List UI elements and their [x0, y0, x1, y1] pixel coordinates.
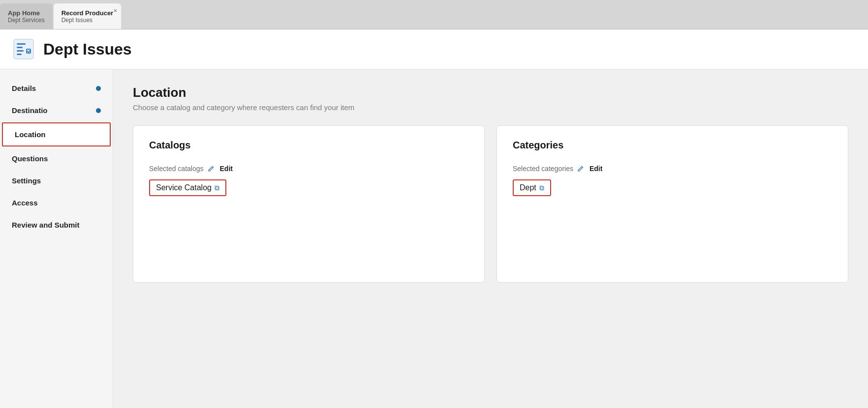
sidebar-item-access[interactable]: Access	[0, 192, 113, 214]
categories-edit-row: Selected categories Edit	[513, 165, 832, 173]
main-content: Details Destinatio Location Questions Se…	[0, 69, 868, 408]
categories-card: Categories Selected categories Edit Dept…	[496, 125, 848, 283]
sidebar-item-settings[interactable]: Settings	[0, 170, 113, 192]
svg-rect-1	[17, 43, 26, 45]
catalogs-edit-link[interactable]: Edit	[220, 165, 233, 173]
pencil-icon-2	[577, 165, 584, 172]
content-area: Location Choose a catalog and category w…	[113, 69, 868, 408]
pencil-icon	[208, 165, 215, 172]
catalogs-card: Catalogs Selected catalogs Edit Service …	[133, 125, 485, 283]
categories-selected-label: Selected categories	[513, 165, 573, 173]
page-header: Dept Issues	[0, 29, 868, 69]
categories-card-title: Categories	[513, 140, 832, 151]
catalogs-edit-row: Selected catalogs Edit	[149, 165, 468, 173]
section-title: Location	[133, 85, 848, 100]
svg-rect-4	[17, 50, 24, 52]
tab-app-home[interactable]: App Home Dept Services	[0, 3, 53, 29]
sidebar-item-questions-label: Questions	[12, 154, 48, 163]
section-subtitle: Choose a catalog and category where requ…	[133, 103, 848, 112]
cards-row: Catalogs Selected catalogs Edit Service …	[133, 125, 848, 283]
service-catalog-link-text: Service Catalog	[156, 183, 212, 192]
page-title: Dept Issues	[43, 40, 132, 58]
catalogs-edit-icon[interactable]	[208, 165, 216, 172]
sidebar: Details Destinatio Location Questions Se…	[0, 69, 113, 408]
external-link-icon: ⧉	[215, 184, 219, 192]
tab-app-home-subtitle: Dept Services	[8, 17, 45, 24]
catalogs-selected-label: Selected catalogs	[149, 165, 204, 173]
sidebar-item-location[interactable]: Location	[2, 122, 111, 146]
categories-edit-link[interactable]: Edit	[589, 165, 602, 173]
tab-close-button[interactable]: ×	[114, 7, 118, 14]
categories-edit-icon[interactable]	[577, 165, 586, 172]
tab-record-producer-title: Record Producer	[62, 9, 113, 17]
service-catalog-link[interactable]: Service Catalog ⧉	[149, 179, 226, 196]
sidebar-item-review-submit[interactable]: Review and Submit	[0, 214, 113, 236]
tab-app-home-title: App Home	[8, 9, 45, 17]
sidebar-item-access-label: Access	[12, 199, 38, 207]
svg-rect-2	[17, 47, 23, 48]
tab-record-producer-subtitle: Dept Issues	[62, 17, 113, 24]
svg-rect-5	[17, 54, 22, 55]
tab-bar: App Home Dept Services Record Producer D…	[0, 0, 868, 29]
dept-link[interactable]: Dept ⧉	[513, 179, 551, 196]
sidebar-item-location-label: Location	[15, 130, 46, 139]
dept-link-text: Dept	[520, 183, 536, 192]
sidebar-item-questions[interactable]: Questions	[0, 147, 113, 170]
sidebar-item-settings-label: Settings	[12, 176, 41, 185]
sidebar-dot-destination	[96, 108, 101, 113]
sidebar-dot-details	[96, 86, 101, 91]
catalogs-card-title: Catalogs	[149, 140, 468, 151]
sidebar-item-destination-label: Destinatio	[12, 106, 48, 115]
tab-record-producer[interactable]: Record Producer Dept Issues ×	[54, 3, 121, 29]
record-producer-icon	[12, 37, 35, 61]
sidebar-item-details[interactable]: Details	[0, 77, 113, 99]
external-link-icon-2: ⧉	[539, 184, 544, 192]
sidebar-item-review-submit-label: Review and Submit	[12, 221, 80, 229]
sidebar-item-details-label: Details	[12, 84, 36, 92]
sidebar-item-destination[interactable]: Destinatio	[0, 99, 113, 121]
